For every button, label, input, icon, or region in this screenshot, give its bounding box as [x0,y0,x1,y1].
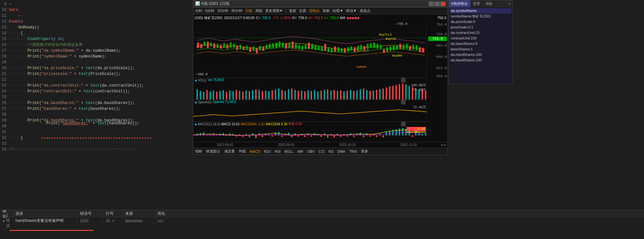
svg-rect-274 [347,135,348,137]
chg-val: -7.5 [272,16,278,20]
code-line-20: 20 ········Print("da.priceScale:" + text… [0,65,194,71]
chart-body: Buy718 Buy711.5 Buy680 Sell711.5 Sell666… [193,21,448,142]
toolbar-30min[interactable]: 30分钟 [230,8,243,14]
chart-icon: 📊 [195,1,200,6]
toolbar-5min[interactable]: 5分钟 [204,8,216,14]
toolbar-refresh[interactable]: 刷新 [321,8,331,14]
chart-bottom-toolbar: 指标 恢复默认 成交量 均线 MACD KDJ RSI BOLL WR OBV … [193,148,448,155]
svg-rect-291 [402,128,403,135]
svg-rect-170 [242,92,244,99]
svg-rect-205 [357,90,358,99]
toolbar-highlow[interactable]: 高低点 [358,8,372,14]
svg-rect-244 [249,135,250,137]
ctrl-panel-close[interactable]: ✕ [507,0,513,7]
chart-title: K线 i2301 1日线 [201,1,429,6]
btn-zhibiao[interactable]: 指标 [193,148,204,154]
svg-rect-168 [236,90,237,99]
toolbar-console[interactable]: 控制台 [308,8,321,14]
svg-rect-157 [200,91,201,100]
minimize-button[interactable]: ─ [429,2,434,6]
chart-window: 📊 K线 i2301 1日线 ─ □ ✕ 分时 5分钟 15分钟 30分钟 日线… [193,0,448,155]
code-line-17: 17 ········Print("da.symbolName:" + da.s… [0,48,194,54]
btn-obv[interactable]: OBV [305,149,317,154]
col-source: 来源 [123,210,155,217]
svg-rect-192 [314,90,315,99]
btn-dma[interactable]: DMA [335,149,347,154]
ctrl-tab-background[interactable]: 背景 [470,0,483,7]
btn-macd[interactable]: MACD [248,149,262,154]
btn-trix[interactable]: TRIX [347,149,359,154]
btn-volume[interactable]: 成交量 [222,148,237,154]
btn-kd[interactable]: KD [327,149,335,154]
macd-body: 0.00 [193,126,427,142]
svg-rect-207 [363,88,364,99]
svg-rect-156 [196,89,198,99]
btn-ma[interactable]: 均线 [237,148,248,154]
code-line-25: 25 [0,94,194,100]
toolbar-daily[interactable]: 日线 [244,8,254,14]
openint-toggle[interactable]: □ [401,100,406,104]
chart-date-axis: 2022-08-01 2022-09-01 2022-10-10 2022-11… [193,142,448,148]
svg-rect-263 [311,135,312,137]
o-label: O= [292,16,297,20]
toolbar-more-period[interactable]: 更多周期▼ [264,8,284,14]
btn-cci[interactable]: CCI [317,149,327,154]
date-label-1: 2022-08-01 [217,143,233,147]
svg-rect-209 [369,91,371,100]
date-label-2: 2022-09-01 [278,143,295,147]
btn-more[interactable]: 更多 [359,148,370,154]
vol-toggle[interactable]: □ [401,78,406,82]
macd-right-val: 0.00 [407,127,426,132]
ctrl-tab-clear[interactable]: 清除 [483,0,495,7]
openint-subchart: ◆ OpenInt() OpenInt 72.44万 □ 72.44万 [193,99,427,121]
editor-area: 9 → 10 Vars 11 → 12 Events 13 ····OnRead… [0,0,644,210]
code-panel: 9 → 10 Vars 11 → 12 Events 13 ····OnRead… [0,0,194,210]
h-val: 742.5 [314,16,323,20]
btn-kdj[interactable]: KDJ [262,149,273,154]
code-line-10: 10 Vars [0,7,194,13]
scroll-left[interactable]: ◀ [441,143,443,147]
toolbar-weekly[interactable]: 周线 [254,8,264,14]
svg-rect-167 [232,91,234,99]
svg-rect-160 [210,91,211,99]
ctrl-tab-console[interactable]: K线控制台 [449,0,470,7]
o-val: 738.0 [298,16,307,20]
toolbar-15min[interactable]: 15分钟 [216,8,229,14]
btn-restore[interactable]: 恢复默认 [204,148,222,154]
scroll-right[interactable]: ▶ [444,143,446,147]
macd-toggle[interactable]: □ [401,122,406,126]
price-axis: 756.0 726.5 720.0 684.0 648.0 612.0 598.… [427,21,448,142]
svg-rect-270 [334,135,335,137]
svg-rect-283 [376,135,377,137]
ctrl-item-9: da.handShares:100 [450,57,511,63]
btn-wr[interactable]: WR [296,149,305,154]
ma-dots: ◆◆◆◆◆ [347,16,359,20]
btn-rsi[interactable]: RSI [273,149,282,154]
toolbar-draw[interactable]: 绘图▼ [331,8,345,14]
toolbar-link[interactable]: 联动▼ [345,8,358,14]
svg-rect-196 [327,89,328,99]
ctrl-item-7: baseShares:1 [450,47,511,52]
svg-rect-210 [373,90,374,99]
macd-dea: MACDDEA -1.22 [241,122,265,126]
close-button[interactable]: ✕ [440,2,446,6]
col-errnum: 错误号 [77,210,103,217]
svg-rect-289 [396,129,397,135]
svg-rect-256 [288,133,289,135]
maximize-button[interactable]: □ [435,2,440,6]
code-line-18: 18 ········Print("symbolName:" + symbolN… [0,54,194,59]
toolbar-fuquan[interactable]: 复权 [288,8,297,14]
h-label: H= [308,16,313,20]
svg-rect-159 [206,90,207,99]
svg-rect-297 [422,134,423,135]
toolbar-trade[interactable]: 交易 [298,8,307,14]
chart-toolbar: 分时 5分钟 15分钟 30分钟 日线 周线 更多周期▼ | 复权 交易 控制台… [193,7,448,15]
price-current: 726.5 [428,36,447,41]
svg-rect-171 [246,90,247,99]
svg-rect-261 [304,135,306,137]
svg-rect-236 [223,133,224,135]
toolbar-fenshi[interactable]: 分时 [194,8,204,14]
date-label-3: 2022-10-10 [339,143,356,147]
btn-boll[interactable]: BOLL [283,149,296,154]
code-line-19: 19 [0,59,194,65]
